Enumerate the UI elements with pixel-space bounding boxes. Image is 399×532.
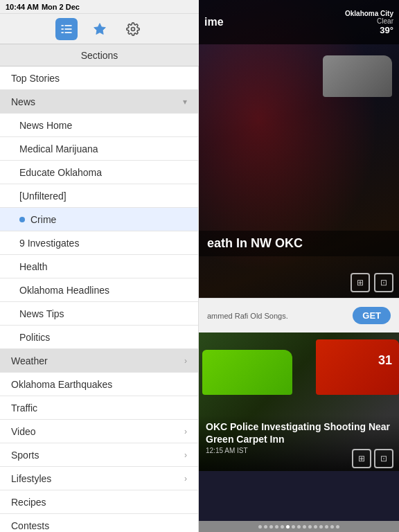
oklahoma-headlines-label: Oklahoma Headlines [19, 285, 109, 296]
sidebar-item-politics[interactable]: Politics [0, 326, 198, 349]
status-left: 10:44 AM Mon 2 Dec [6, 3, 80, 11]
oklahoma-earthquakes-label: Oklahoma Earthquakes [11, 379, 112, 390]
sports-label: Sports [11, 450, 39, 461]
recipes-label: Recipes [11, 497, 46, 508]
list-button[interactable] [55, 18, 78, 40]
hero-action-icons: ⊞ ⊡ [351, 273, 393, 292]
svg-rect-1 [64, 25, 71, 26]
sidebar-item-top-stories[interactable]: Top Stories [0, 66, 198, 90]
sidebar-item-sports[interactable]: Sports › [0, 443, 198, 467]
sidebar-item-educate-oklahoma[interactable]: Educate Oklahoma [0, 161, 198, 184]
unfiltered-label: [Unfiltered] [19, 190, 66, 202]
crime-label: Crime [30, 214, 56, 225]
page-dot-11 [314, 525, 317, 529]
sidebar-item-oklahoma-headlines[interactable]: Oklahoma Headlines [0, 278, 198, 302]
card-title: OKC Police Investigating Shooting Near G… [206, 420, 392, 445]
sidebar-item-recipes[interactable]: Recipes [0, 490, 198, 514]
page-dot-14 [330, 525, 334, 529]
toolbar [0, 14, 199, 44]
news-chevron: ▾ [183, 97, 187, 107]
page-dot-15 [336, 525, 339, 529]
weather-widget: Oklahoma City Clear 39° [345, 10, 393, 35]
sidebar-item-oklahoma-earthquakes[interactable]: Oklahoma Earthquakes [0, 373, 198, 396]
page-dot-8 [297, 525, 301, 529]
sidebar-item-health[interactable]: Health [0, 255, 198, 278]
sports-chevron: › [184, 450, 187, 460]
list-icon [60, 22, 73, 36]
sidebar-item-traffic[interactable]: Traffic [0, 396, 198, 420]
right-header-title: ime [204, 16, 224, 28]
traffic-label: Traffic [11, 402, 37, 414]
svg-rect-4 [61, 32, 63, 33]
sidebar-item-news-home[interactable]: News Home [0, 114, 198, 137]
card-icons: ⊞ ⊡ [352, 449, 393, 468]
educate-oklahoma-label: Educate Oklahoma [19, 167, 102, 178]
hero-area: ime Oklahoma City Clear 39° eath In NW O… [199, 0, 399, 298]
weather-temp: 39° [380, 25, 393, 35]
page-dots [199, 521, 399, 532]
right-panel: ime Oklahoma City Clear 39° eath In NW O… [199, 0, 399, 532]
sidebar-item-crime[interactable]: Crime [0, 208, 198, 231]
ad-get-button[interactable]: GET [353, 307, 391, 324]
svg-rect-0 [61, 25, 63, 26]
top-stories-label: Top Stories [11, 73, 60, 84]
weather-label: Weather [11, 355, 48, 366]
health-label: Health [19, 261, 47, 272]
sections-header: Sections [0, 44, 199, 66]
star-icon [93, 22, 107, 36]
hero-caption: eath In NW OKC [199, 231, 399, 256]
sidebar-item-medical-marijuana[interactable]: Medical Marijuana [0, 137, 198, 161]
sidebar-item-unfiltered[interactable]: [Unfiltered] [0, 184, 198, 208]
hero-share-icon[interactable]: ⊞ [351, 273, 370, 292]
lifestyles-label: Lifestyles [11, 473, 51, 484]
truck-number: 31 [378, 353, 392, 368]
page-dot-5 [281, 525, 284, 529]
gear-icon [126, 22, 140, 36]
weather-condition: Clear [377, 17, 393, 25]
sidebar-item-lifestyles[interactable]: Lifestyles › [0, 467, 198, 490]
weather-city: Oklahoma City [345, 10, 393, 17]
politics-label: Politics [19, 332, 50, 343]
page-dot-10 [308, 525, 312, 529]
sidebar-item-news-tips[interactable]: News Tips [0, 302, 198, 326]
card-image: 31 OKC Police Investigating Shooting Nea… [199, 332, 399, 471]
star-button[interactable] [89, 18, 111, 40]
page-dot-13 [325, 525, 328, 529]
news-home-label: News Home [19, 120, 72, 131]
page-dot-4 [275, 525, 278, 529]
page-dot-9 [303, 525, 306, 529]
sidebar-item-weather[interactable]: Weather › [0, 349, 198, 373]
card-share-icon[interactable]: ⊞ [352, 449, 371, 468]
news-tips-label: News Tips [19, 308, 64, 319]
hero-vehicle [323, 55, 392, 97]
hero-bookmark-icon[interactable]: ⊡ [374, 273, 393, 292]
card-area: 31 OKC Police Investigating Shooting Nea… [199, 332, 399, 532]
svg-point-7 [131, 27, 134, 30]
sidebar-item-contests[interactable]: Contests [0, 514, 198, 532]
sidebar-item-9-investigates[interactable]: 9 Investigates [0, 231, 198, 255]
svg-rect-2 [61, 28, 63, 30]
video-label: Video [11, 426, 36, 437]
ad-text: ammed Rafi Old Songs. [207, 312, 353, 320]
page-dot-6 [286, 525, 290, 529]
active-dot [19, 217, 25, 222]
card-bookmark-icon[interactable]: ⊡ [374, 449, 393, 468]
svg-marker-6 [94, 23, 105, 34]
svg-rect-5 [64, 32, 71, 33]
weather-chevron: › [184, 356, 187, 366]
sidebar-item-news[interactable]: News ▾ [0, 90, 198, 114]
page-dot-7 [292, 525, 295, 529]
video-chevron: › [184, 427, 187, 436]
ad-banner: ammed Rafi Old Songs. GET [199, 298, 399, 332]
hero-caption-text: eath In NW OKC [207, 236, 303, 250]
page-dot-12 [319, 525, 323, 529]
sidebar-item-video[interactable]: Video › [0, 420, 198, 443]
9-investigates-label: 9 Investigates [19, 238, 79, 249]
page-dot-1 [258, 525, 262, 529]
medical-marijuana-label: Medical Marijuana [19, 143, 98, 154]
sidebar: Top Stories News ▾ News Home Medical Mar… [0, 66, 199, 532]
time: 10:44 AM [6, 3, 39, 11]
settings-button[interactable] [122, 18, 144, 40]
lifestyles-chevron: › [184, 474, 187, 484]
page-dot-3 [269, 525, 273, 529]
